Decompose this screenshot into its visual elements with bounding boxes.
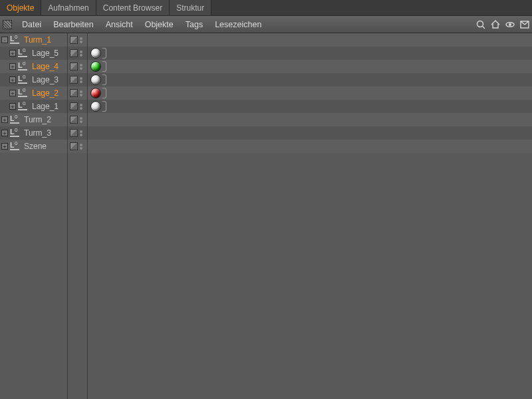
visibility-dots-icon[interactable] xyxy=(80,77,82,83)
expander-icon[interactable]: - xyxy=(1,37,8,43)
object-label: Lage_3 xyxy=(32,75,59,84)
texture-tag-icon[interactable] xyxy=(90,88,101,98)
expander-icon[interactable]: + xyxy=(9,76,16,83)
tag-cell xyxy=(88,100,106,113)
tree-row-szene[interactable]: +Szene xyxy=(0,140,67,153)
expander-icon[interactable]: + xyxy=(1,130,8,136)
object-label: Turm_3 xyxy=(24,128,51,138)
tree-row-lage-2[interactable]: +Lage_2 xyxy=(0,86,67,100)
layer-chip-icon[interactable] xyxy=(70,49,78,57)
null-object-icon xyxy=(18,49,30,57)
visibility-cell[interactable] xyxy=(68,86,87,100)
layer-chip-icon[interactable] xyxy=(70,129,78,137)
null-object-icon xyxy=(18,63,30,70)
layer-chip-icon[interactable] xyxy=(70,102,78,110)
tag-bracket-icon xyxy=(102,101,106,112)
menu-bearbeiten[interactable]: Bearbeiten xyxy=(47,20,99,29)
tab-struktur[interactable]: Struktur xyxy=(170,0,211,15)
tag-cell xyxy=(88,60,106,73)
tag-cell xyxy=(88,86,106,100)
menu-datei[interactable]: Datei xyxy=(16,20,47,29)
tag-cell xyxy=(88,126,90,140)
object-label: Lage_2 xyxy=(32,88,59,98)
visibility-cell[interactable] xyxy=(68,100,87,113)
texture-tag-icon[interactable] xyxy=(90,61,101,72)
visibility-dots-icon[interactable] xyxy=(80,144,82,150)
visibility-cell[interactable] xyxy=(68,73,87,86)
tree-row-lage-5[interactable]: +Lage_5 xyxy=(0,47,67,60)
layer-chip-icon[interactable] xyxy=(70,116,78,124)
null-object-icon xyxy=(10,36,22,44)
tags-column xyxy=(88,33,532,399)
layer-chip-icon[interactable] xyxy=(70,89,78,97)
tree-row-turm-2[interactable]: +Turm_2 xyxy=(0,113,67,126)
visibility-dots-icon[interactable] xyxy=(80,117,82,123)
expander-icon[interactable]: + xyxy=(9,90,16,96)
null-object-icon xyxy=(10,116,22,124)
object-label: Lage_1 xyxy=(32,102,59,111)
object-label: Turm_2 xyxy=(24,115,51,124)
visibility-cell[interactable] xyxy=(68,33,87,47)
layer-chip-icon[interactable] xyxy=(70,142,78,150)
expander-icon[interactable]: + xyxy=(1,116,8,123)
visibility-cell[interactable] xyxy=(68,140,87,153)
tree-row-turm-1[interactable]: -Turm_1 xyxy=(0,33,67,47)
null-object-icon xyxy=(18,76,30,84)
eye-icon[interactable] xyxy=(505,19,515,30)
tab-content-browser[interactable]: Content Browser xyxy=(96,0,170,15)
texture-tag-icon[interactable] xyxy=(90,48,101,59)
search-icon[interactable] xyxy=(475,19,486,30)
visibility-cell[interactable] xyxy=(68,47,87,60)
tag-cell xyxy=(88,113,90,126)
tree-row-turm-3[interactable]: +Turm_3 xyxy=(0,126,67,140)
grip-icon[interactable] xyxy=(3,20,12,29)
tag-cell xyxy=(88,33,90,47)
tag-bracket-icon xyxy=(102,61,106,72)
visibility-cell[interactable] xyxy=(68,126,87,140)
visibility-dots-icon[interactable] xyxy=(80,90,82,96)
null-object-icon xyxy=(18,102,30,110)
visibility-dots-icon[interactable] xyxy=(80,130,82,136)
visibility-dots-icon[interactable] xyxy=(80,51,82,57)
texture-tag-icon[interactable] xyxy=(90,101,101,112)
tree-row-lage-3[interactable]: +Lage_3 xyxy=(0,73,67,86)
menu-ansicht[interactable]: Ansicht xyxy=(100,20,139,29)
tag-bracket-icon xyxy=(102,74,106,85)
svg-point-3 xyxy=(509,23,511,25)
tab-aufnahmen[interactable]: Aufnahmen xyxy=(41,0,96,15)
tab-objects[interactable]: Objekte xyxy=(0,0,41,15)
menu-lesezeichen[interactable]: Lesezeichen xyxy=(209,20,267,29)
tree-row-lage-1[interactable]: +Lage_1 xyxy=(0,100,67,113)
visibility-cell[interactable] xyxy=(68,60,87,73)
layer-chip-icon[interactable] xyxy=(70,63,78,70)
menu-objekte[interactable]: Objekte xyxy=(139,20,180,29)
svg-line-5 xyxy=(521,21,525,25)
home-icon[interactable] xyxy=(490,19,501,30)
expander-icon[interactable]: + xyxy=(9,63,16,70)
null-object-icon xyxy=(18,89,30,97)
visibility-cell[interactable] xyxy=(68,113,87,126)
tree-column: -Turm_1 +Lage_5 +Lage_4 +Lage_3 +Lage_2 … xyxy=(0,33,68,399)
visibility-dots-icon[interactable] xyxy=(80,104,82,110)
expander-icon[interactable]: + xyxy=(1,143,8,150)
svg-line-1 xyxy=(483,26,485,29)
visibility-dots-icon[interactable] xyxy=(80,64,82,70)
svg-line-6 xyxy=(525,21,529,25)
menu-tags[interactable]: Tags xyxy=(180,20,209,29)
layer-chip-icon[interactable] xyxy=(70,76,78,84)
expander-icon[interactable]: + xyxy=(9,103,16,110)
tag-cell xyxy=(88,140,90,153)
menu-bar: Datei Bearbeiten Ansicht Objekte Tags Le… xyxy=(0,16,532,33)
null-object-icon xyxy=(10,129,22,137)
tab-bar: Objekte Aufnahmen Content Browser Strukt… xyxy=(0,0,532,16)
layer-chip-icon[interactable] xyxy=(70,36,78,44)
texture-tag-icon[interactable] xyxy=(90,74,101,85)
tag-bracket-icon xyxy=(102,48,106,59)
expander-icon[interactable]: + xyxy=(9,50,16,57)
object-label: Lage_5 xyxy=(32,49,59,58)
tree-row-lage-4[interactable]: +Lage_4 xyxy=(0,60,67,73)
visibility-dots-icon[interactable] xyxy=(80,37,82,43)
null-object-icon xyxy=(10,142,22,150)
panel-icon[interactable] xyxy=(519,19,530,30)
tag-bracket-icon xyxy=(102,88,106,98)
